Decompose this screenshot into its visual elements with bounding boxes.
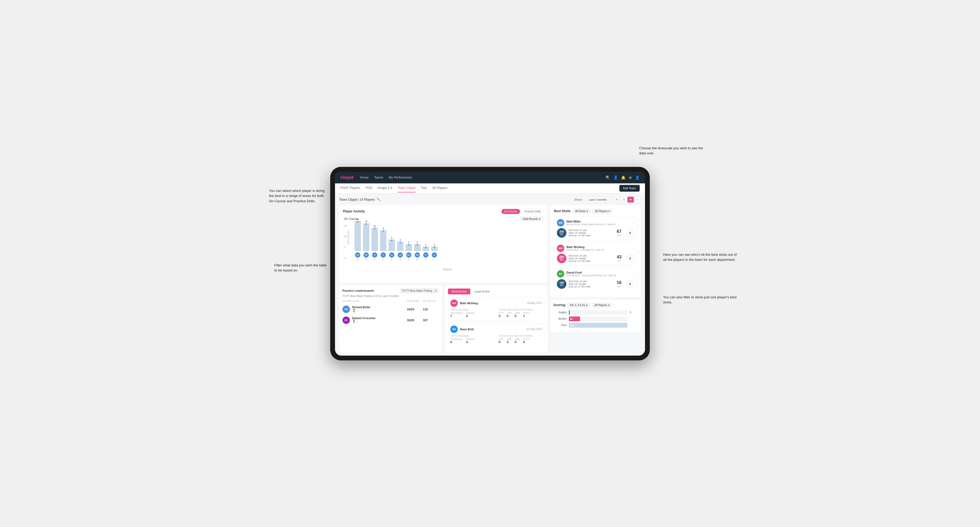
- tab-tour[interactable]: Tour: [421, 184, 427, 192]
- best-shots-filter2[interactable]: All Players ▾: [593, 209, 612, 213]
- bar-group: 4OBO.: [397, 239, 403, 260]
- bar-group: 3RBuR.: [406, 241, 412, 260]
- bar-value: 10: [374, 225, 376, 227]
- leaderboard-row[interactable]: RB Richard Butler 🏅 1 19/20 110: [342, 304, 439, 315]
- active-practice-activities: Total Practice Activities GTT 0 APP 0 AR…: [499, 308, 542, 317]
- bar-value: 5: [391, 237, 392, 239]
- total-rounds-label: Total Rounds: [450, 308, 493, 311]
- view-heart-icon[interactable]: ♥: [627, 197, 634, 203]
- toggle-practice-drills[interactable]: Practice Drills: [522, 209, 544, 214]
- left-panel: Player Activity On Course Practice Drill…: [339, 205, 547, 352]
- putt-val: 0: [523, 340, 530, 344]
- show-dropdown[interactable]: Last 3 months: [586, 197, 609, 202]
- bar-avatar: OB: [398, 252, 403, 258]
- profile-icon[interactable]: 👤: [635, 175, 640, 179]
- rounds-sub: Tournament 7 Practice 6: [450, 312, 493, 317]
- edit-team-icon[interactable]: ✏️: [377, 198, 381, 202]
- user-icon[interactable]: 👤: [613, 175, 618, 179]
- chart-dropdown[interactable]: Total Rounds ▾: [520, 217, 543, 221]
- shot-desc: Shot Dist: 16 ydsStart Lie: RoughEnd Lie…: [568, 280, 612, 288]
- bar-group: 5EEE.: [388, 237, 395, 260]
- shot-entry[interactable]: MM Matt Miller 09 Jun 2023 · Royal North…: [554, 217, 637, 240]
- view-menu-icon[interactable]: ≡: [634, 197, 641, 203]
- scoring-bar-row: Pars 499: [554, 323, 638, 328]
- active-player-entry[interactable]: RB Rees Britt 02 Sep 2023 Total Rounds T…: [448, 323, 544, 347]
- shot-stat-dist: 16 yds: [614, 280, 624, 287]
- player-activity-card: Player Activity On Course Practice Drill…: [339, 205, 547, 283]
- leaderboard-entries: RB Richard Butler 🏅 1 19/20 110 EC Edwar…: [342, 304, 439, 326]
- scoring-bar-label: Birdies: [554, 317, 567, 320]
- content-area: Team Clippd | 14 Players ✏️ Show: Last 3…: [335, 194, 645, 356]
- nav-my-performance[interactable]: My Performance: [388, 175, 412, 181]
- practice-filter-chevron: ▾: [435, 289, 436, 292]
- col-player-name: PLAYER NAME: [342, 300, 407, 302]
- add-team-button[interactable]: Add Team: [619, 185, 640, 192]
- best-shots-card: Best Shots All Shots ▾ All Players ▾: [550, 205, 641, 297]
- shot-stat-dist: 43 yds: [614, 255, 624, 262]
- toggle-on-course[interactable]: On Course: [501, 209, 520, 214]
- sub-nav: PGAT Players PGA Hcaps 1-5 Team Clippd T…: [335, 183, 645, 194]
- bar: [388, 240, 395, 251]
- scoring-bars: Eagles 3 Birdies 96 Pars 499: [554, 310, 638, 328]
- annotation-top-right: Choose the timescale you wish to see the…: [639, 146, 708, 156]
- y-label-15: 15: [344, 224, 347, 227]
- bell-icon[interactable]: 🔔: [621, 175, 625, 179]
- bar: [397, 242, 403, 251]
- col-pb-score: PB SCORE: [407, 300, 423, 302]
- bar-chart-container: 15 10 5 0 Total Rounds 13BMB.12RBR.10DFD…: [344, 223, 543, 279]
- bar-avatar: BM: [355, 252, 360, 258]
- active-player-entry[interactable]: BM Blair McHarg 26 Aug 2023 Total Rounds…: [448, 297, 544, 321]
- nav-teams[interactable]: Teams: [374, 175, 383, 181]
- lb-player: RB Richard Butler 🏅 1: [342, 306, 407, 313]
- active-stats-row: Total Rounds Tournament 8 Practice 4 Tot…: [450, 335, 542, 344]
- shot-entry[interactable]: DF David Ford 24 Aug 2023 · Royal North …: [554, 268, 637, 291]
- shot-entry[interactable]: BM Blair McHarg 23 Jul 2023 · Ashridge G…: [554, 242, 637, 266]
- active-date: 26 Aug 2023: [527, 302, 542, 305]
- tab-hcaps[interactable]: Hcaps 1-5: [378, 184, 392, 192]
- view-list-icon[interactable]: ⊟: [620, 197, 627, 203]
- lb-avatar: EC: [342, 316, 350, 324]
- search-icon[interactable]: 🔍: [606, 175, 610, 179]
- tab-all-players[interactable]: All Players: [432, 184, 447, 192]
- tab-team-clippd[interactable]: Team Clippd: [398, 184, 415, 192]
- scoring-filter2[interactable]: All Players ▾: [592, 303, 612, 307]
- scoring-card: Scoring Par 3, 4 & 5s ▾ All Players ▾: [550, 300, 641, 332]
- bar-avatar: RB: [363, 252, 369, 258]
- tab-least-active[interactable]: Least Active: [470, 289, 493, 294]
- player-info: Matt Miller 09 Jun 2023 · Royal North De…: [566, 220, 616, 226]
- practice-sub: GTT 0 APP 0 ARG 0 PUTT 1: [499, 312, 542, 317]
- tab-most-active[interactable]: Most Active: [448, 289, 470, 294]
- tab-pgat-players[interactable]: PGAT Players: [340, 184, 360, 192]
- best-shots-filter1[interactable]: All Shots ▾: [573, 209, 590, 213]
- top-nav: clippd Home Teams My Performance 🔍 👤 🔔 ⊕…: [335, 171, 645, 183]
- player-activity-header: Player Activity On Course Practice Drill…: [343, 209, 544, 214]
- tab-pga[interactable]: PGA: [366, 184, 372, 192]
- bar-value: 2: [434, 243, 435, 246]
- bottom-left-row: Practice Leaderboards PUTT Must Make Put…: [339, 285, 547, 352]
- practice-filter-dropdown[interactable]: PUTT Must Make Putting... ▾: [400, 289, 439, 293]
- view-grid-icon[interactable]: ⊞: [614, 197, 620, 203]
- add-icon[interactable]: ⊕: [629, 175, 632, 179]
- bar-group: 2LRL.: [431, 243, 438, 260]
- shot-stat-dist: 67 yds: [614, 229, 624, 237]
- main-layout: Player Activity On Course Practice Drill…: [339, 205, 641, 352]
- gtt-group: GTT 0: [499, 312, 504, 317]
- putt-group: PUTT 1: [523, 312, 530, 317]
- scoring-bar-row: Birdies 96: [554, 316, 638, 321]
- arg-val: 0: [515, 340, 520, 344]
- y-axis-title: Total Rounds: [347, 231, 350, 245]
- player-meta: 09 Jun 2023 · Royal North Devon GC, Hole…: [566, 223, 616, 226]
- shot-arrow-icon: ›: [633, 272, 634, 276]
- shot-stat-zero: 0: [626, 254, 634, 262]
- lb-name-group: Richard Butler 🏅 1: [352, 306, 371, 313]
- lb-avg: 110: [423, 308, 439, 311]
- tournament-group: Tournament 8: [450, 338, 463, 344]
- scoring-bar-row: Eagles 3: [554, 310, 638, 315]
- right-panel: Best Shots All Shots ▾ All Players ▾: [550, 205, 641, 352]
- nav-links: Home Teams My Performance: [360, 175, 412, 181]
- leaderboard-row[interactable]: EC Edward Crossman 🥈 2 18/20 107: [342, 315, 439, 326]
- x-axis-label: Players: [352, 268, 543, 271]
- bar-value: 3: [408, 241, 409, 243]
- nav-home[interactable]: Home: [360, 175, 369, 181]
- scoring-filter1[interactable]: Par 3, 4 & 5s ▾: [568, 303, 590, 307]
